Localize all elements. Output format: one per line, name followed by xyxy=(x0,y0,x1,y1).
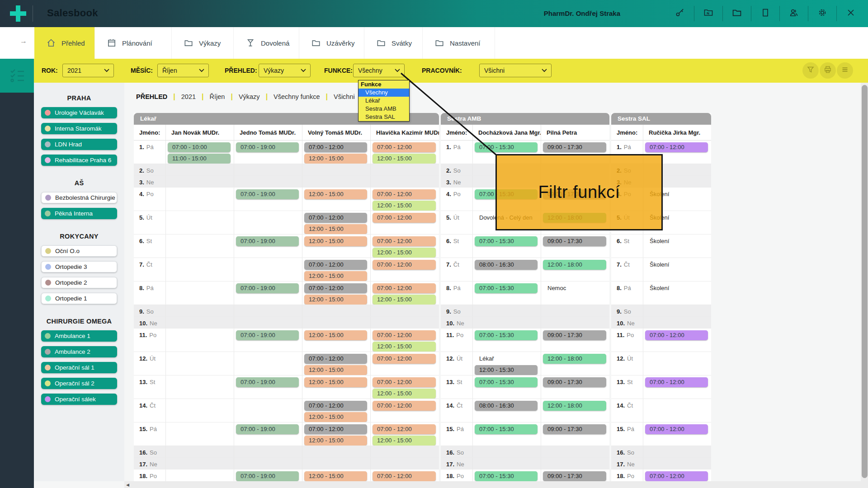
shift-pill[interactable]: 12:00 - 15:00 xyxy=(373,154,436,164)
shift-pill[interactable]: 09:00 - 17:30 xyxy=(543,471,606,481)
shift-pill[interactable]: 12:00 - 15:00 xyxy=(304,471,367,481)
vertical-scrollbar[interactable] xyxy=(861,83,868,488)
shift-pill[interactable]: 12:00 - 15:00 xyxy=(304,330,367,340)
shift-pill[interactable]: 07:00 - 12:00 xyxy=(645,330,708,340)
dropdown-option-sestra-sal[interactable]: Sestra SAL xyxy=(359,113,409,121)
folder-new-button[interactable]: N xyxy=(699,5,717,23)
shift-pill[interactable]: 12:00 - 15:00 xyxy=(304,436,367,446)
vertical-scrollbar-thumb[interactable] xyxy=(862,85,868,478)
shift-pill[interactable]: 09:00 - 17:30 xyxy=(543,424,606,434)
shift-pill[interactable]: 07:00 - 19:00 xyxy=(236,330,299,340)
tab-nastavení[interactable]: Nastavení xyxy=(423,27,495,59)
shift-pill[interactable]: 12:00 - 15:00 xyxy=(304,377,367,387)
shift-pill[interactable]: 07:00 - 15:30 xyxy=(475,471,538,481)
shift-pill[interactable]: 12:00 - 18:00 xyxy=(543,260,606,270)
shift-pill[interactable]: 12:00 - 15:00 xyxy=(304,271,367,281)
shift-pill[interactable]: 12:00 - 15:30 xyxy=(475,365,538,375)
shift-pill[interactable]: 07:00 - 15:30 xyxy=(475,142,538,152)
sidebar-item-urologie-v-clav-k[interactable]: Urologie Václavák xyxy=(41,107,117,118)
shift-pill[interactable]: 07:00 - 15:30 xyxy=(475,377,538,387)
filter-select-prehled[interactable]: Výkazy xyxy=(259,64,311,77)
shift-pill[interactable]: 07:00 - 12:00 xyxy=(373,401,436,411)
tab-přehled[interactable]: Přehled xyxy=(34,27,95,59)
shift-pill[interactable]: 07:00 - 12:00 xyxy=(645,377,708,387)
sidebar-item-rehabilitace-praha-6[interactable]: Rehabilitace Praha 6 xyxy=(41,155,117,166)
shift-pill[interactable]: 07:00 - 19:00 xyxy=(236,189,299,199)
sidebar-item-o-n-o-o[interactable]: Oční O.o xyxy=(41,245,117,257)
shift-pill[interactable]: 07:00 - 12:00 xyxy=(304,260,367,270)
dropdown-option-lékař[interactable]: Lékař xyxy=(359,97,409,105)
shift-pill[interactable]: 07:00 - 12:00 xyxy=(304,424,367,434)
shift-pill[interactable]: 07:00 - 12:00 xyxy=(373,213,436,223)
sidebar-item-opera-n-s-l-2[interactable]: Operační sál 2 xyxy=(41,378,117,389)
filter-select-pracovnik[interactable]: Všichni xyxy=(479,64,552,77)
shift-pill[interactable]: 11:00 - 15:00 xyxy=(168,154,231,164)
sidebar-item-bezbolestn-chirurgie[interactable]: Bezbolestná Chirurgie xyxy=(41,192,117,203)
shift-pill[interactable]: 07:00 - 12:00 xyxy=(645,142,708,152)
shift-pill[interactable]: 07:00 - 15:30 xyxy=(475,330,538,340)
shift-pill[interactable]: 07:00 - 12:00 xyxy=(304,283,367,293)
shift-pill[interactable]: 12:00 - 15:00 xyxy=(373,295,436,305)
shift-pill[interactable]: 09:00 - 17:30 xyxy=(543,377,606,387)
shift-pill[interactable]: 07:00 - 10:00 xyxy=(168,142,231,152)
key-button[interactable] xyxy=(671,5,689,23)
shift-pill[interactable]: 07:00 - 19:00 xyxy=(236,142,299,152)
tab-svátky[interactable]: Svátky xyxy=(364,27,423,59)
shift-pill[interactable]: 12:00 - 15:00 xyxy=(304,412,367,422)
shift-pill[interactable]: 12:00 - 15:00 xyxy=(304,365,367,375)
shift-pill[interactable]: 07:00 - 15:30 xyxy=(475,283,538,293)
filter-select-rok[interactable]: 2021 xyxy=(62,64,114,77)
tab-uzávěrky[interactable]: Uzávěrky xyxy=(299,27,364,59)
back-arrow-icon[interactable]: → xyxy=(20,37,27,45)
shift-pill[interactable]: 09:00 - 17:30 xyxy=(543,330,606,340)
filter-select-funkce[interactable]: Všechny xyxy=(353,64,405,77)
sidebar-item-ortopedie-1[interactable]: Ortopedie 1 xyxy=(41,293,117,304)
tab-dovolená[interactable]: Dovolená xyxy=(234,27,299,59)
menu-button[interactable] xyxy=(837,62,853,79)
shift-pill[interactable]: 12:00 - 15:00 xyxy=(373,436,436,446)
shift-pill[interactable]: 12:00 - 18:00 xyxy=(543,401,606,411)
sidebar-item-ambulance-2[interactable]: Ambulance 2 xyxy=(41,346,117,357)
tab-plánování[interactable]: Plánování xyxy=(95,27,172,59)
horizontal-scrollbar[interactable]: ◀ xyxy=(124,481,861,488)
sidebar-item-ldn-hrad[interactable]: LDN Hrad xyxy=(41,139,117,150)
sidebar-item-opera-n-s-lek[interactable]: Operační sálek xyxy=(41,394,117,405)
print-button[interactable] xyxy=(820,62,836,79)
shift-pill[interactable]: 07:00 - 12:00 xyxy=(373,189,436,199)
shift-pill[interactable]: 07:00 - 12:00 xyxy=(373,424,436,434)
sidebar-item-interna-starom-k[interactable]: Interna Staromák xyxy=(41,123,117,134)
shift-pill[interactable]: 07:00 - 19:00 xyxy=(236,283,299,293)
shift-pill[interactable]: 12:00 - 15:00 xyxy=(304,236,367,246)
shift-pill[interactable]: 07:00 - 19:00 xyxy=(236,424,299,434)
shift-pill[interactable]: 09:00 - 17:30 xyxy=(543,142,606,152)
shift-pill[interactable]: 12:00 - 15:00 xyxy=(304,224,367,234)
shift-pill[interactable]: 07:00 - 12:00 xyxy=(645,424,708,434)
shift-pill[interactable]: 12:00 - 15:00 xyxy=(373,342,436,352)
shift-pill[interactable]: 12:00 - 18:00 xyxy=(543,354,606,364)
rail-checklist-button[interactable] xyxy=(0,59,34,93)
dropdown-option-všechny[interactable]: Všechny xyxy=(359,89,409,97)
page-button[interactable] xyxy=(756,5,774,23)
sidebar-item-ortopedie-2[interactable]: Ortopedie 2 xyxy=(41,277,117,288)
settings-button[interactable] xyxy=(813,5,831,23)
shift-pill[interactable]: 09:00 - 17:30 xyxy=(543,236,606,246)
shift-pill[interactable]: 07:00 - 12:00 xyxy=(304,401,367,411)
users-button[interactable] xyxy=(785,5,803,23)
shift-pill[interactable]: 07:00 - 12:00 xyxy=(373,471,436,481)
shift-pill[interactable]: 07:00 - 12:00 xyxy=(304,213,367,223)
sidebar-item-opera-n-s-l-1[interactable]: Operační sál 1 xyxy=(41,362,117,373)
shift-pill[interactable]: 07:00 - 12:00 xyxy=(304,354,367,364)
shift-pill[interactable]: 12:00 - 15:00 xyxy=(304,189,367,199)
shift-pill[interactable]: 12:00 - 15:00 xyxy=(373,389,436,399)
close-button[interactable] xyxy=(842,5,860,23)
shift-pill[interactable]: 07:00 - 12:00 xyxy=(373,142,436,152)
shift-pill[interactable]: 08:00 - 16:30 xyxy=(475,260,538,270)
shift-pill[interactable]: 07:00 - 12:00 xyxy=(304,142,367,152)
sidebar-item-ortopedie-3[interactable]: Ortopedie 3 xyxy=(41,261,117,272)
shift-pill[interactable]: 07:00 - 19:00 xyxy=(236,236,299,246)
shift-pill[interactable]: 07:00 - 12:00 xyxy=(373,377,436,387)
shift-pill[interactable]: 07:00 - 12:00 xyxy=(373,236,436,246)
shift-pill[interactable]: 07:00 - 12:00 xyxy=(645,471,708,481)
shift-pill[interactable]: 07:00 - 15:30 xyxy=(475,236,538,246)
sidebar-item-ambulance-1[interactable]: Ambulance 1 xyxy=(41,330,117,342)
